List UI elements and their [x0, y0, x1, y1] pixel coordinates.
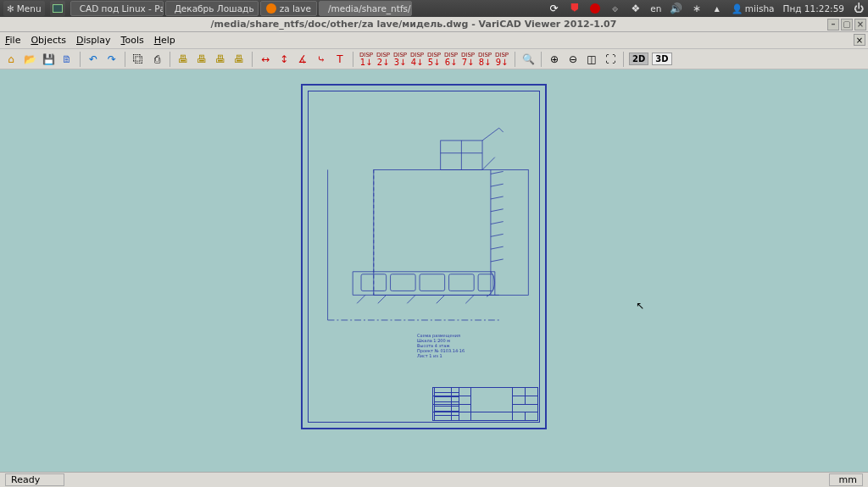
close-button[interactable]: ×	[854, 19, 866, 30]
save-icon: 💾	[42, 53, 55, 65]
clock[interactable]: Пнд 11:22:59	[782, 3, 844, 14]
drawing-sheet: Схема размещения Шкала 1:200 м Высота 4 …	[301, 84, 547, 429]
svg-line-11	[491, 234, 504, 236]
dim-text-button[interactable]: T	[332, 52, 348, 67]
dim-v-icon: ↕	[280, 53, 288, 65]
dim-angle-button[interactable]: ∡	[295, 52, 310, 67]
zoom-window-icon: ◫	[587, 53, 596, 65]
display-slot-3[interactable]: DISP3↓	[392, 53, 408, 66]
dim-vertical-button[interactable]: ↕	[276, 52, 292, 67]
toolbar: ⌂ 📂 💾 🗎 ↶ ↷ ⿻ ⎙ 🖶 🖶 🖶 🖶 ↔ ↕ ∡ ⤷ T DISP1↓…	[0, 49, 868, 69]
os-menu-button[interactable]: ✻ Menu	[3, 1, 45, 16]
save-as-button[interactable]: 🗎	[59, 52, 75, 67]
print-preview-button[interactable]: 🖶	[194, 52, 209, 67]
minimize-button[interactable]: –	[827, 19, 839, 30]
dim-horizontal-button[interactable]: ↔	[258, 52, 273, 67]
maximize-button[interactable]: ▢	[841, 19, 853, 30]
separator	[541, 52, 542, 67]
display-slot-6[interactable]: DISP6↓	[443, 53, 459, 66]
svg-line-22	[407, 295, 415, 303]
svg-rect-16	[391, 274, 416, 291]
taskbar-button-label: za lave	[280, 3, 311, 14]
zoom-out-icon: ⊖	[569, 53, 577, 65]
display-slot-1[interactable]: DISP1↓	[359, 53, 374, 66]
display-slot-8[interactable]: DISP8↓	[477, 53, 492, 66]
copy-icon: ⿻	[133, 53, 143, 65]
arrow-down-icon: 3↓	[394, 59, 407, 66]
menu-display[interactable]: Display	[76, 35, 111, 46]
zoom-out-button[interactable]: ⊖	[565, 52, 581, 67]
dropbox-icon[interactable]: ❖	[630, 3, 642, 14]
arrow-down-icon: 7↓	[462, 59, 475, 66]
print-batch-button[interactable]: 🖶	[213, 52, 228, 67]
zoom-extents-button[interactable]: ⛶	[603, 52, 618, 67]
zoom-button[interactable]: 🔍	[520, 52, 536, 67]
lang-indicator[interactable]: en	[650, 3, 662, 14]
system-tray: ⟳ ⛊ ⟐ ❖ en 🔊 ∗ ▴ 👤miisha Пнд 11:22:59 ⏻	[548, 3, 865, 14]
taskbar-button[interactable]: /media/share_ntfs/…	[319, 1, 412, 16]
display-slot-5[interactable]: DISP5↓	[426, 53, 442, 66]
redo-button[interactable]: ↷	[104, 52, 120, 67]
zoom-in-button[interactable]: ⊕	[547, 52, 562, 67]
open-button[interactable]: 📂	[22, 52, 37, 67]
print-batch-icon: 🖶	[215, 53, 225, 65]
drawing-canvas[interactable]: Схема размещения Шкала 1:200 м Высота 4 …	[0, 69, 868, 472]
dim-radius-button[interactable]: ⤷	[314, 52, 329, 67]
mdi-close-button[interactable]: ×	[854, 34, 865, 46]
svg-line-8	[491, 196, 504, 199]
display-slot-7[interactable]: DISP7↓	[460, 53, 476, 66]
display-slot-2[interactable]: DISP2↓	[376, 53, 391, 66]
paste-icon: ⎙	[154, 53, 160, 65]
network-icon[interactable]: ▴	[711, 3, 723, 14]
copy-button[interactable]: ⿻	[131, 52, 146, 67]
separator	[515, 52, 515, 67]
menu-objects[interactable]: Objects	[31, 35, 66, 46]
print-setup-button[interactable]: 🖶	[231, 52, 247, 67]
menu-help[interactable]: Help	[154, 35, 175, 46]
print-button[interactable]: 🖶	[175, 52, 191, 67]
svg-line-21	[378, 295, 387, 303]
paste-button[interactable]: ⎙	[149, 52, 164, 67]
home-button[interactable]: ⌂	[3, 52, 19, 67]
save-button[interactable]: 💾	[41, 52, 56, 67]
status-units: mm	[829, 473, 863, 486]
separator	[125, 52, 125, 67]
arrow-down-icon: 1↓	[360, 59, 373, 66]
title-block	[432, 387, 538, 421]
separator	[80, 52, 81, 67]
display-slots: DISP1↓DISP2↓DISP3↓DISP4↓DISP5↓DISP6↓DISP…	[359, 53, 509, 66]
taskbar-button[interactable]: CAD под Linux - Ра…	[70, 1, 164, 16]
menu-file[interactable]: File	[5, 35, 20, 46]
display-slot-4[interactable]: DISP4↓	[409, 53, 425, 66]
user-button[interactable]: 👤miisha	[732, 3, 775, 14]
view-2d-button[interactable]: 2D	[629, 53, 648, 65]
print-icon: 🖶	[178, 53, 188, 65]
svg-rect-0	[374, 169, 528, 295]
taskbar-buttons: CAD под Linux - Ра…Декабрь Лошадь …za la…	[70, 1, 412, 16]
undo-button[interactable]: ↶	[86, 52, 101, 67]
taskbar-button[interactable]: Декабрь Лошадь …	[165, 1, 259, 16]
show-desktop-button[interactable]	[50, 1, 65, 16]
taskbar-button[interactable]: za lave	[260, 1, 317, 16]
zoom-in-icon: ⊕	[550, 53, 559, 65]
zoom-window-button[interactable]: ◫	[584, 52, 599, 67]
os-panel: ✻ Menu CAD под Linux - Ра…Декабрь Лошадь…	[0, 0, 868, 17]
bluetooth-icon[interactable]: ∗	[691, 3, 703, 14]
sync-icon[interactable]: ⟐	[609, 3, 621, 14]
undo-icon: ↶	[89, 53, 97, 65]
shield-icon[interactable]: ⛊	[569, 3, 581, 14]
opera-tray-icon[interactable]	[589, 3, 601, 14]
menu-tools[interactable]: Tools	[121, 35, 144, 46]
svg-line-13	[491, 259, 504, 262]
folder-open-icon: 📂	[24, 53, 36, 65]
arrow-down-icon: 6↓	[445, 59, 458, 66]
view-3d-button[interactable]: 3D	[652, 53, 671, 65]
taskbar-button-label: /media/share_ntfs/…	[328, 3, 412, 14]
update-icon[interactable]: ⟳	[548, 3, 560, 14]
display-slot-9[interactable]: DISP9↓	[494, 53, 509, 66]
desktop-icon	[53, 4, 63, 13]
shutdown-icon[interactable]: ⏻	[853, 3, 865, 14]
dim-angle-icon: ∡	[298, 53, 308, 65]
volume-icon[interactable]: 🔊	[670, 3, 682, 14]
status-left: Ready	[5, 473, 64, 486]
